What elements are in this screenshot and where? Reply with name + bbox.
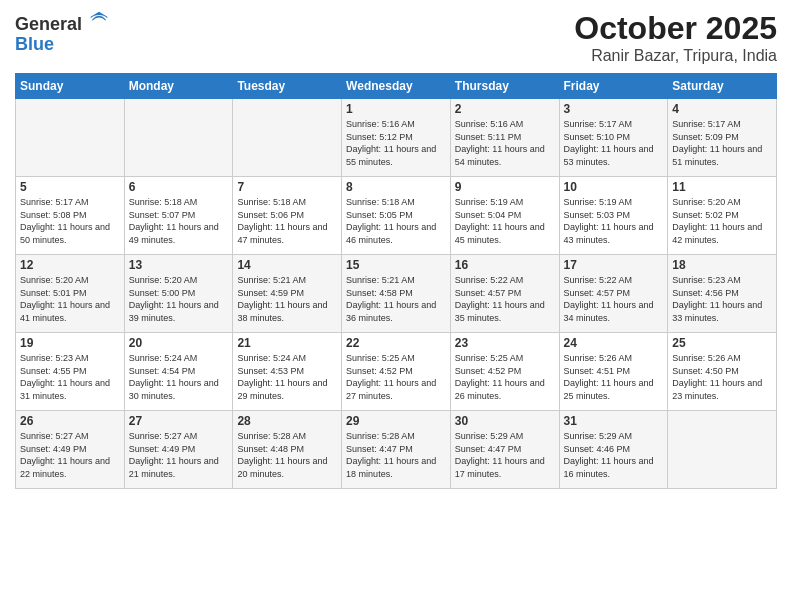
week-row-3: 19 Sunrise: 5:23 AMSunset: 4:55 PMDaylig… — [16, 333, 777, 411]
day-cell-0-4: 2 Sunrise: 5:16 AMSunset: 5:11 PMDayligh… — [450, 99, 559, 177]
day-cell-2-3: 15 Sunrise: 5:21 AMSunset: 4:58 PMDaylig… — [342, 255, 451, 333]
day-cell-1-3: 8 Sunrise: 5:18 AMSunset: 5:05 PMDayligh… — [342, 177, 451, 255]
day-info: Sunrise: 5:25 AMSunset: 4:52 PMDaylight:… — [455, 352, 555, 402]
day-number: 17 — [564, 258, 664, 272]
logo-blue: Blue — [15, 34, 109, 55]
day-number: 15 — [346, 258, 446, 272]
day-number: 14 — [237, 258, 337, 272]
day-info: Sunrise: 5:20 AMSunset: 5:02 PMDaylight:… — [672, 196, 772, 246]
day-number: 9 — [455, 180, 555, 194]
day-number: 13 — [129, 258, 229, 272]
day-info: Sunrise: 5:17 AMSunset: 5:08 PMDaylight:… — [20, 196, 120, 246]
header-wednesday: Wednesday — [342, 74, 451, 99]
day-number: 22 — [346, 336, 446, 350]
day-number: 12 — [20, 258, 120, 272]
day-info: Sunrise: 5:28 AMSunset: 4:48 PMDaylight:… — [237, 430, 337, 480]
day-number: 10 — [564, 180, 664, 194]
day-info: Sunrise: 5:23 AMSunset: 4:55 PMDaylight:… — [20, 352, 120, 402]
day-cell-3-2: 21 Sunrise: 5:24 AMSunset: 4:53 PMDaylig… — [233, 333, 342, 411]
day-info: Sunrise: 5:25 AMSunset: 4:52 PMDaylight:… — [346, 352, 446, 402]
day-cell-0-1 — [124, 99, 233, 177]
day-number: 16 — [455, 258, 555, 272]
day-number: 2 — [455, 102, 555, 116]
day-cell-1-0: 5 Sunrise: 5:17 AMSunset: 5:08 PMDayligh… — [16, 177, 125, 255]
day-cell-4-6 — [668, 411, 777, 489]
day-number: 31 — [564, 414, 664, 428]
header-friday: Friday — [559, 74, 668, 99]
day-cell-4-1: 27 Sunrise: 5:27 AMSunset: 4:49 PMDaylig… — [124, 411, 233, 489]
day-info: Sunrise: 5:19 AMSunset: 5:03 PMDaylight:… — [564, 196, 664, 246]
month-title: October 2025 — [574, 10, 777, 47]
day-info: Sunrise: 5:22 AMSunset: 4:57 PMDaylight:… — [564, 274, 664, 324]
week-row-2: 12 Sunrise: 5:20 AMSunset: 5:01 PMDaylig… — [16, 255, 777, 333]
day-info: Sunrise: 5:24 AMSunset: 4:53 PMDaylight:… — [237, 352, 337, 402]
day-info: Sunrise: 5:21 AMSunset: 4:59 PMDaylight:… — [237, 274, 337, 324]
day-info: Sunrise: 5:23 AMSunset: 4:56 PMDaylight:… — [672, 274, 772, 324]
day-info: Sunrise: 5:18 AMSunset: 5:05 PMDaylight:… — [346, 196, 446, 246]
day-info: Sunrise: 5:18 AMSunset: 5:07 PMDaylight:… — [129, 196, 229, 246]
logo-general: General — [15, 14, 82, 34]
day-number: 18 — [672, 258, 772, 272]
day-info: Sunrise: 5:24 AMSunset: 4:54 PMDaylight:… — [129, 352, 229, 402]
title-area: October 2025 Ranir Bazar, Tripura, India — [574, 10, 777, 65]
day-cell-2-1: 13 Sunrise: 5:20 AMSunset: 5:00 PMDaylig… — [124, 255, 233, 333]
day-cell-1-6: 11 Sunrise: 5:20 AMSunset: 5:02 PMDaylig… — [668, 177, 777, 255]
day-info: Sunrise: 5:26 AMSunset: 4:51 PMDaylight:… — [564, 352, 664, 402]
header: General Blue October 2025 Ranir Bazar, T… — [15, 10, 777, 65]
day-cell-1-2: 7 Sunrise: 5:18 AMSunset: 5:06 PMDayligh… — [233, 177, 342, 255]
day-number: 8 — [346, 180, 446, 194]
day-cell-0-2 — [233, 99, 342, 177]
header-sunday: Sunday — [16, 74, 125, 99]
day-cell-0-5: 3 Sunrise: 5:17 AMSunset: 5:10 PMDayligh… — [559, 99, 668, 177]
day-info: Sunrise: 5:18 AMSunset: 5:06 PMDaylight:… — [237, 196, 337, 246]
header-monday: Monday — [124, 74, 233, 99]
day-number: 11 — [672, 180, 772, 194]
day-cell-3-6: 25 Sunrise: 5:26 AMSunset: 4:50 PMDaylig… — [668, 333, 777, 411]
location-subtitle: Ranir Bazar, Tripura, India — [574, 47, 777, 65]
day-cell-4-3: 29 Sunrise: 5:28 AMSunset: 4:47 PMDaylig… — [342, 411, 451, 489]
day-cell-3-4: 23 Sunrise: 5:25 AMSunset: 4:52 PMDaylig… — [450, 333, 559, 411]
day-number: 4 — [672, 102, 772, 116]
weekday-header-row: Sunday Monday Tuesday Wednesday Thursday… — [16, 74, 777, 99]
day-info: Sunrise: 5:28 AMSunset: 4:47 PMDaylight:… — [346, 430, 446, 480]
day-info: Sunrise: 5:17 AMSunset: 5:09 PMDaylight:… — [672, 118, 772, 168]
day-cell-3-0: 19 Sunrise: 5:23 AMSunset: 4:55 PMDaylig… — [16, 333, 125, 411]
day-cell-1-4: 9 Sunrise: 5:19 AMSunset: 5:04 PMDayligh… — [450, 177, 559, 255]
header-thursday: Thursday — [450, 74, 559, 99]
day-cell-4-2: 28 Sunrise: 5:28 AMSunset: 4:48 PMDaylig… — [233, 411, 342, 489]
day-number: 25 — [672, 336, 772, 350]
logo: General Blue — [15, 10, 109, 55]
day-cell-0-3: 1 Sunrise: 5:16 AMSunset: 5:12 PMDayligh… — [342, 99, 451, 177]
day-info: Sunrise: 5:20 AMSunset: 5:01 PMDaylight:… — [20, 274, 120, 324]
day-number: 24 — [564, 336, 664, 350]
day-number: 21 — [237, 336, 337, 350]
calendar-table: Sunday Monday Tuesday Wednesday Thursday… — [15, 73, 777, 489]
day-info: Sunrise: 5:27 AMSunset: 4:49 PMDaylight:… — [129, 430, 229, 480]
day-cell-1-5: 10 Sunrise: 5:19 AMSunset: 5:03 PMDaylig… — [559, 177, 668, 255]
day-info: Sunrise: 5:27 AMSunset: 4:49 PMDaylight:… — [20, 430, 120, 480]
day-cell-4-4: 30 Sunrise: 5:29 AMSunset: 4:47 PMDaylig… — [450, 411, 559, 489]
day-number: 27 — [129, 414, 229, 428]
day-cell-4-5: 31 Sunrise: 5:29 AMSunset: 4:46 PMDaylig… — [559, 411, 668, 489]
day-number: 1 — [346, 102, 446, 116]
day-cell-1-1: 6 Sunrise: 5:18 AMSunset: 5:07 PMDayligh… — [124, 177, 233, 255]
logo-icon — [89, 10, 109, 30]
header-saturday: Saturday — [668, 74, 777, 99]
day-number: 6 — [129, 180, 229, 194]
day-cell-2-5: 17 Sunrise: 5:22 AMSunset: 4:57 PMDaylig… — [559, 255, 668, 333]
day-cell-0-0 — [16, 99, 125, 177]
day-info: Sunrise: 5:20 AMSunset: 5:00 PMDaylight:… — [129, 274, 229, 324]
day-number: 29 — [346, 414, 446, 428]
day-info: Sunrise: 5:21 AMSunset: 4:58 PMDaylight:… — [346, 274, 446, 324]
day-info: Sunrise: 5:26 AMSunset: 4:50 PMDaylight:… — [672, 352, 772, 402]
header-tuesday: Tuesday — [233, 74, 342, 99]
day-number: 3 — [564, 102, 664, 116]
day-cell-4-0: 26 Sunrise: 5:27 AMSunset: 4:49 PMDaylig… — [16, 411, 125, 489]
week-row-4: 26 Sunrise: 5:27 AMSunset: 4:49 PMDaylig… — [16, 411, 777, 489]
day-info: Sunrise: 5:29 AMSunset: 4:47 PMDaylight:… — [455, 430, 555, 480]
day-number: 30 — [455, 414, 555, 428]
day-cell-0-6: 4 Sunrise: 5:17 AMSunset: 5:09 PMDayligh… — [668, 99, 777, 177]
day-cell-2-2: 14 Sunrise: 5:21 AMSunset: 4:59 PMDaylig… — [233, 255, 342, 333]
day-cell-2-6: 18 Sunrise: 5:23 AMSunset: 4:56 PMDaylig… — [668, 255, 777, 333]
day-cell-2-0: 12 Sunrise: 5:20 AMSunset: 5:01 PMDaylig… — [16, 255, 125, 333]
